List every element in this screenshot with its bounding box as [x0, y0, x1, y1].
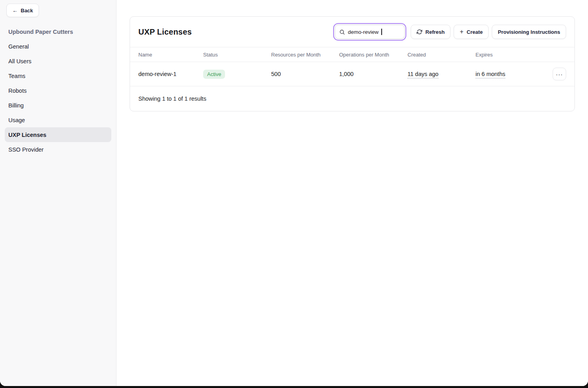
plus-icon: + — [460, 29, 463, 35]
create-button-label: Create — [467, 29, 483, 35]
back-button[interactable]: ← Back — [6, 4, 39, 17]
sidebar-item-billing[interactable]: Billing — [5, 98, 111, 113]
main-content: UXP Licenses demo-review — [116, 0, 588, 386]
card-footer: Showing 1 to 1 of 1 results — [130, 86, 574, 111]
license-actions-cell: ··· — [553, 68, 566, 80]
back-button-label: Back — [21, 8, 33, 14]
sidebar: ← Back Upbound Paper Cutters General All… — [0, 0, 116, 386]
sidebar-item-uxp-licenses[interactable]: UXP Licenses — [5, 127, 111, 142]
search-input[interactable]: demo-review — [335, 25, 405, 39]
search-input-value: demo-review — [348, 29, 378, 35]
license-expires-cell: in 6 months — [475, 71, 543, 77]
row-menu-button[interactable]: ··· — [553, 68, 566, 80]
column-header-status: Status — [203, 52, 271, 58]
card-header: UXP Licenses demo-review — [130, 17, 574, 47]
sidebar-item-general[interactable]: General — [5, 39, 111, 54]
header-controls: demo-review Refresh + — [335, 25, 566, 39]
created-value[interactable]: 11 days ago — [408, 71, 439, 78]
column-header-resources: Resources per Month — [271, 52, 339, 58]
column-header-expires: Expires — [475, 52, 543, 58]
provisioning-instructions-label: Provisioning Instructions — [498, 29, 560, 35]
results-summary: Showing 1 to 1 of 1 results — [138, 96, 206, 102]
licenses-card: UXP Licenses demo-review — [130, 16, 575, 111]
column-header-operations: Operations per Month — [339, 52, 408, 58]
sidebar-item-all-users[interactable]: All Users — [5, 54, 111, 68]
refresh-icon — [417, 29, 422, 35]
sidebar-item-usage[interactable]: Usage — [5, 113, 111, 127]
search-icon — [339, 29, 345, 35]
page-title: UXP Licenses — [138, 27, 192, 37]
text-caret — [381, 29, 382, 35]
license-resources: 500 — [271, 71, 339, 77]
sidebar-item-robots[interactable]: Robots — [5, 83, 111, 98]
create-button[interactable]: + Create — [454, 25, 489, 39]
license-name: demo-review-1 — [138, 71, 203, 77]
column-header-created: Created — [408, 52, 475, 58]
arrow-left-icon: ← — [12, 8, 18, 13]
table-header: Name Status Resources per Month Operatio… — [130, 47, 574, 62]
refresh-button-label: Refresh — [425, 29, 444, 35]
sidebar-item-teams[interactable]: Teams — [5, 68, 111, 83]
table-row: demo-review-1 Active 500 1,000 11 days a… — [130, 62, 574, 86]
sidebar-group-title: Upbound Paper Cutters — [0, 24, 116, 39]
ellipsis-icon: ··· — [556, 71, 563, 78]
sidebar-nav: General All Users Teams Robots Billing U… — [0, 39, 116, 157]
provisioning-instructions-button[interactable]: Provisioning Instructions — [492, 25, 566, 39]
license-created-cell: 11 days ago — [408, 71, 475, 77]
license-status-cell: Active — [203, 70, 271, 79]
app-window: ← Back Upbound Paper Cutters General All… — [0, 0, 588, 386]
license-operations: 1,000 — [339, 71, 408, 77]
refresh-button[interactable]: Refresh — [411, 25, 450, 39]
column-header-name: Name — [138, 52, 203, 58]
status-badge: Active — [203, 70, 225, 79]
expires-value[interactable]: in 6 months — [475, 71, 505, 78]
sidebar-item-sso-provider[interactable]: SSO Provider — [5, 142, 111, 157]
